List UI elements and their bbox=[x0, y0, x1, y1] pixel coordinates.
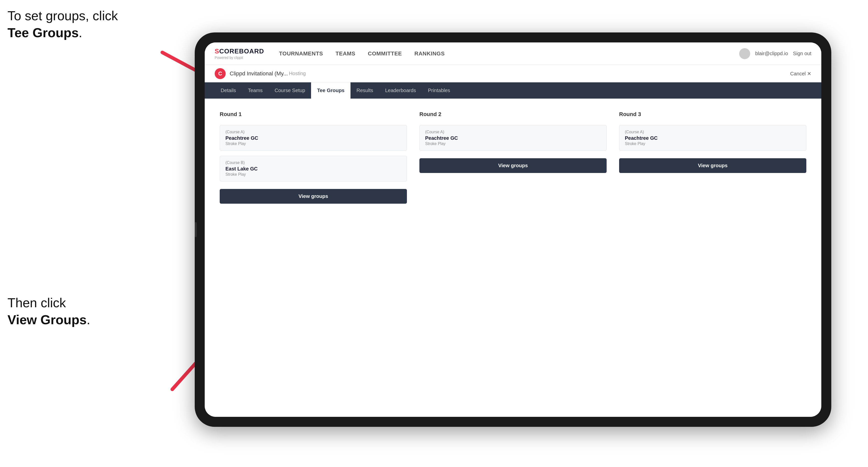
tablet-side-button bbox=[195, 222, 197, 237]
tablet-screen: SCOREBOARD Powered by clippit TOURNAMENT… bbox=[205, 42, 821, 417]
instruction-top-line2: Tee Groups. bbox=[7, 25, 118, 41]
round-1-course-b-format: Stroke Play bbox=[225, 172, 401, 177]
tab-course-setup[interactable]: Course Setup bbox=[269, 82, 311, 99]
tablet-device: SCOREBOARD Powered by clippit TOURNAMENT… bbox=[195, 32, 831, 427]
instruction-tee-groups: Tee Groups bbox=[7, 26, 79, 40]
round-1-course-b-label: (Course B) bbox=[225, 160, 401, 165]
round-2-course-a-label: (Course A) bbox=[425, 130, 601, 134]
round-1-course-a-label: (Course A) bbox=[225, 130, 401, 134]
round-3-course-a-name: Peachtree GC bbox=[625, 135, 801, 141]
instruction-top: To set groups, click Tee Groups. bbox=[7, 7, 118, 41]
tournament-name: Clippd Invitational (My... bbox=[230, 70, 288, 77]
round-3-course-a-label: (Course A) bbox=[625, 130, 801, 134]
round-2-view-groups-button[interactable]: View groups bbox=[420, 158, 607, 173]
round-1-course-b-name: East Lake GC bbox=[225, 166, 401, 172]
nav-committee[interactable]: COMMITTEE bbox=[368, 51, 402, 57]
cancel-button[interactable]: Cancel ✕ bbox=[790, 71, 811, 76]
logo-powered: Powered by clippit bbox=[215, 56, 264, 60]
tab-tee-groups[interactable]: Tee Groups bbox=[311, 82, 350, 99]
tournament-logo: C bbox=[215, 68, 226, 79]
rounds-grid: Round 1 (Course A) Peachtree GC Stroke P… bbox=[220, 111, 806, 204]
round-1-course-a-card: (Course A) Peachtree GC Stroke Play bbox=[220, 125, 407, 151]
tab-leaderboards[interactable]: Leaderboards bbox=[379, 82, 422, 99]
top-nav: SCOREBOARD Powered by clippit TOURNAMENT… bbox=[205, 42, 821, 65]
round-1-course-b-card: (Course B) East Lake GC Stroke Play bbox=[220, 156, 407, 182]
main-content: Round 1 (Course A) Peachtree GC Stroke P… bbox=[205, 99, 821, 417]
user-email: blair@clippd.io bbox=[755, 51, 788, 56]
instruction-view-groups: View Groups bbox=[7, 312, 87, 327]
nav-teams[interactable]: TEAMS bbox=[336, 51, 355, 57]
round-3-course-a-format: Stroke Play bbox=[625, 142, 801, 146]
tab-teams[interactable]: Teams bbox=[242, 82, 269, 99]
top-nav-right: blair@clippd.io Sign out bbox=[739, 48, 811, 59]
sign-out-link[interactable]: Sign out bbox=[793, 51, 811, 56]
round-1-column: Round 1 (Course A) Peachtree GC Stroke P… bbox=[220, 111, 407, 204]
instruction-bottom: Then click View Groups. bbox=[7, 294, 90, 328]
round-2-title: Round 2 bbox=[420, 111, 607, 118]
tabs-bar: Details Teams Course Setup Tee Groups Re… bbox=[205, 82, 821, 99]
round-1-view-groups-button[interactable]: View groups bbox=[220, 189, 407, 204]
tab-details[interactable]: Details bbox=[215, 82, 242, 99]
round-2-course-a-card: (Course A) Peachtree GC Stroke Play bbox=[420, 125, 607, 151]
round-3-title: Round 3 bbox=[619, 111, 806, 118]
instruction-bottom-line2: View Groups. bbox=[7, 311, 90, 329]
round-3-column: Round 3 (Course A) Peachtree GC Stroke P… bbox=[619, 111, 806, 204]
logo-scoreboard: SCOREBOARD bbox=[215, 48, 264, 55]
logo-area: SCOREBOARD Powered by clippit bbox=[215, 48, 264, 60]
tournament-hosting: Hosting bbox=[289, 71, 306, 76]
nav-rankings[interactable]: RANKINGS bbox=[414, 51, 444, 57]
main-nav: TOURNAMENTS TEAMS COMMITTEE RANKINGS bbox=[279, 51, 739, 57]
user-avatar bbox=[739, 48, 750, 59]
round-1-title: Round 1 bbox=[220, 111, 407, 118]
instruction-top-line1: To set groups, click bbox=[7, 7, 118, 25]
sub-header: C Clippd Invitational (My... Hosting Can… bbox=[205, 65, 821, 82]
round-2-course-a-name: Peachtree GC bbox=[425, 135, 601, 141]
round-2-column: Round 2 (Course A) Peachtree GC Stroke P… bbox=[420, 111, 607, 204]
round-3-view-groups-button[interactable]: View groups bbox=[619, 158, 806, 173]
instruction-bottom-line1: Then click bbox=[7, 294, 90, 311]
round-3-course-a-card: (Course A) Peachtree GC Stroke Play bbox=[619, 125, 806, 151]
round-1-course-a-format: Stroke Play bbox=[225, 142, 401, 146]
nav-tournaments[interactable]: TOURNAMENTS bbox=[279, 51, 323, 57]
tab-results[interactable]: Results bbox=[350, 82, 379, 99]
round-1-course-a-name: Peachtree GC bbox=[225, 135, 401, 141]
round-2-course-a-format: Stroke Play bbox=[425, 142, 601, 146]
tab-printables[interactable]: Printables bbox=[422, 82, 456, 99]
